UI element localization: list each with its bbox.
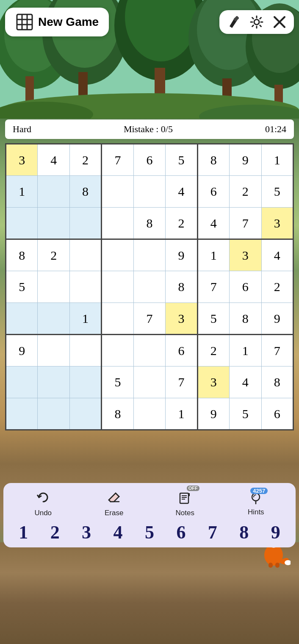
table-row[interactable]	[38, 208, 69, 239]
table-row[interactable]: 6	[197, 176, 229, 208]
table-row[interactable]	[133, 398, 165, 430]
table-row[interactable]	[102, 208, 133, 239]
table-row[interactable]: 5	[166, 144, 197, 176]
table-row[interactable]: 9	[197, 398, 229, 430]
table-row[interactable]: 1	[261, 144, 293, 176]
table-row[interactable]	[69, 208, 101, 239]
table-row[interactable]	[133, 366, 165, 398]
number-button-9[interactable]: 9	[263, 522, 288, 543]
table-row[interactable]	[38, 271, 69, 303]
table-row[interactable]: 2	[197, 335, 229, 366]
new-game-button[interactable]: New Game	[5, 8, 109, 36]
number-button-8[interactable]: 8	[231, 522, 257, 543]
erase-button[interactable]: Erase	[97, 490, 131, 517]
table-row[interactable]	[38, 398, 69, 430]
notes-label: Notes	[176, 509, 194, 517]
table-row[interactable]: 2	[230, 176, 261, 208]
undo-button[interactable]: Undo	[26, 490, 60, 517]
number-button-7[interactable]: 7	[200, 522, 225, 543]
table-row[interactable]	[69, 335, 101, 366]
table-row[interactable]: 6	[261, 398, 293, 430]
table-row[interactable]: 4	[166, 176, 197, 208]
table-row[interactable]: 9	[6, 335, 38, 366]
table-row[interactable]: 8	[69, 176, 101, 208]
table-row[interactable]: 3	[197, 366, 229, 398]
number-button-4[interactable]: 4	[105, 522, 131, 543]
table-row[interactable]: 1	[197, 239, 229, 271]
table-row[interactable]	[69, 239, 101, 271]
table-row[interactable]: 5	[197, 303, 229, 335]
table-row[interactable]: 7	[261, 335, 293, 366]
difficulty-label: Hard	[13, 124, 31, 135]
table-row[interactable]: 3	[230, 239, 261, 271]
table-row[interactable]	[69, 366, 101, 398]
table-row[interactable]	[38, 366, 69, 398]
table-row[interactable]	[38, 335, 69, 366]
number-button-3[interactable]: 3	[74, 522, 99, 543]
table-row[interactable]: 5	[6, 271, 38, 303]
table-row[interactable]: 3	[6, 144, 38, 176]
table-row[interactable]: 7	[166, 366, 197, 398]
table-row[interactable]: 5	[102, 366, 133, 398]
table-row[interactable]	[38, 176, 69, 208]
table-row[interactable]	[102, 335, 133, 366]
table-row[interactable]: 5	[261, 176, 293, 208]
table-row[interactable]: 8	[230, 303, 261, 335]
table-row[interactable]: 8	[197, 144, 229, 176]
number-button-1[interactable]: 1	[11, 522, 36, 543]
table-row[interactable]: 3	[261, 208, 293, 239]
table-row[interactable]: 9	[261, 303, 293, 335]
table-row[interactable]: 4	[230, 366, 261, 398]
table-row[interactable]: 7	[230, 208, 261, 239]
hints-button[interactable]: 4257 Hints	[239, 491, 273, 516]
table-row[interactable]	[133, 239, 165, 271]
table-row[interactable]	[102, 271, 133, 303]
table-row[interactable]: 1	[6, 176, 38, 208]
table-row[interactable]: 4	[197, 208, 229, 239]
table-row[interactable]: 8	[102, 398, 133, 430]
table-row[interactable]: 2	[166, 208, 197, 239]
number-button-6[interactable]: 6	[168, 522, 194, 543]
table-row[interactable]	[6, 208, 38, 239]
table-row[interactable]: 1	[69, 303, 101, 335]
number-button-5[interactable]: 5	[137, 522, 162, 543]
table-row[interactable]	[38, 303, 69, 335]
table-row[interactable]: 5	[230, 398, 261, 430]
table-row[interactable]: 8	[6, 239, 38, 271]
table-row[interactable]	[133, 176, 165, 208]
table-row[interactable]: 7	[197, 271, 229, 303]
table-row[interactable]: 4	[261, 239, 293, 271]
table-row[interactable]	[6, 398, 38, 430]
table-row[interactable]: 4	[38, 144, 69, 176]
table-row[interactable]	[102, 176, 133, 208]
close-button[interactable]	[272, 14, 287, 30]
table-row[interactable]	[6, 303, 38, 335]
table-row[interactable]: 7	[102, 144, 133, 176]
table-row[interactable]: 9	[166, 239, 197, 271]
paint-button[interactable]	[226, 14, 241, 30]
table-row[interactable]: 3	[166, 303, 197, 335]
table-row[interactable]: 2	[38, 239, 69, 271]
table-row[interactable]: 1	[166, 398, 197, 430]
table-row[interactable]	[102, 239, 133, 271]
settings-button[interactable]	[249, 14, 264, 30]
table-row[interactable]	[69, 271, 101, 303]
table-row[interactable]	[133, 271, 165, 303]
table-row[interactable]	[133, 335, 165, 366]
table-row[interactable]: 9	[230, 144, 261, 176]
table-row[interactable]: 6	[133, 144, 165, 176]
notes-button[interactable]: OFF Notes	[168, 490, 202, 517]
table-row[interactable]: 8	[261, 366, 293, 398]
table-row[interactable]	[102, 303, 133, 335]
table-row[interactable]: 8	[133, 208, 165, 239]
table-row[interactable]: 6	[166, 335, 197, 366]
table-row[interactable]: 8	[166, 271, 197, 303]
table-row[interactable]: 7	[133, 303, 165, 335]
table-row[interactable]: 2	[69, 144, 101, 176]
table-row[interactable]	[69, 398, 101, 430]
table-row[interactable]: 1	[230, 335, 261, 366]
table-row[interactable]: 2	[261, 271, 293, 303]
table-row[interactable]	[6, 366, 38, 398]
number-button-2[interactable]: 2	[42, 522, 68, 543]
table-row[interactable]: 6	[230, 271, 261, 303]
